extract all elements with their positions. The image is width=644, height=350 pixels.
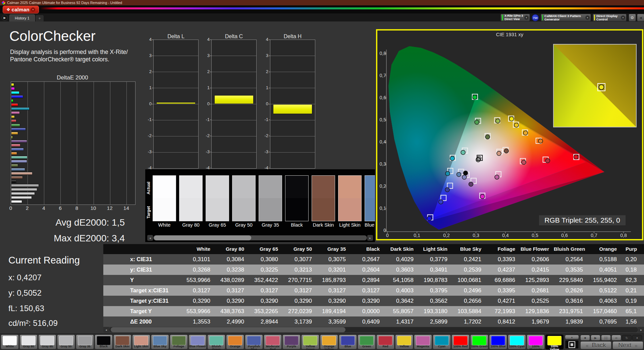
- chevron-down-icon[interactable]: ▼: [524, 15, 529, 20]
- chevron-down-icon[interactable]: ▼: [621, 15, 625, 20]
- table-cell: 0,2421: [452, 254, 486, 265]
- scroll-left-icon[interactable]: ◂: [147, 235, 153, 241]
- pattern-button-yellow-green[interactable]: Yellow Green: [301, 335, 319, 349]
- y-tick-label: -3: [145, 149, 152, 154]
- pattern-button-orange[interactable]: Orange: [226, 335, 244, 349]
- pattern-button-blue-flower[interactable]: Blue Flower: [189, 335, 207, 349]
- display-name: Direct Display Control: [596, 14, 621, 21]
- settings-button[interactable]: ⚙: [629, 14, 636, 21]
- pattern-color-chip: [322, 336, 336, 345]
- measured-point: [538, 139, 543, 143]
- deltae-bar-purplish-blue: [11, 148, 24, 151]
- pattern-button-100-red[interactable]: 100% Red: [451, 335, 470, 349]
- back-button[interactable]: « Back: [580, 341, 611, 349]
- next-button[interactable]: Next »: [612, 341, 643, 349]
- pattern-generator-dropdown[interactable]: CalMAN Client 3 Pattern Generator ▼: [541, 14, 591, 21]
- pattern-button-foliage[interactable]: Foliage: [170, 335, 188, 349]
- scrollbar-thumb[interactable]: [154, 235, 251, 240]
- measured-point: [463, 171, 468, 175]
- history-nav-button[interactable]: ▶: [2, 15, 8, 21]
- scrollbar-thumb[interactable]: [111, 327, 345, 332]
- cie-x-tick-label: 0,3: [470, 233, 482, 238]
- pattern-color-chip: [378, 336, 392, 345]
- pattern-button-black[interactable]: Black: [95, 335, 113, 349]
- pattern-button-green[interactable]: Green: [358, 335, 376, 349]
- pattern-button-magenta[interactable]: Magenta: [414, 335, 432, 349]
- pattern-button-gray-50[interactable]: Gray 50: [57, 335, 75, 349]
- pattern-label: 100% Cyan: [508, 345, 526, 348]
- rainbow-accent-strip: [40, 7, 644, 9]
- deltae-bar-purple: [11, 140, 27, 143]
- swatch-light-skin[interactable]: [338, 175, 362, 221]
- swatch-black[interactable]: [285, 175, 309, 221]
- pattern-button-moderate-red[interactable]: Moderate Red: [264, 335, 282, 349]
- stop-button[interactable]: ■: [580, 335, 590, 341]
- display-control-dropdown[interactable]: Direct Display Control ▼: [593, 14, 627, 21]
- pattern-button-dark-skin[interactable]: Dark Skin: [113, 335, 131, 349]
- table-row: x: CIE310,31010,30840,30800,30770,30750,…: [103, 254, 644, 265]
- pattern-button-yellow[interactable]: Yellow: [395, 335, 413, 349]
- pattern-button-light-skin[interactable]: Light Skin: [132, 335, 150, 349]
- y-tick-label: 1: [203, 85, 210, 90]
- meter-dropdown[interactable]: X-Rite i1Pro 3 Direct View ▼: [500, 14, 530, 21]
- pattern-button-cyan[interactable]: Cyan: [433, 335, 451, 349]
- pattern-button-gray-80[interactable]: Gray 80: [19, 335, 38, 349]
- pattern-button-gray-35[interactable]: Gray 35: [76, 335, 94, 349]
- swatch-gray-50[interactable]: [232, 175, 256, 221]
- pattern-button-100-magenta[interactable]: 100% Magenta: [527, 335, 545, 349]
- pattern-color-chip: [303, 336, 317, 345]
- y-tick-mark: [152, 152, 153, 152]
- swatch-gray-65[interactable]: [206, 175, 229, 221]
- swatch-blue[interactable]: [365, 175, 375, 221]
- swatch-gray-80[interactable]: [179, 175, 203, 221]
- table-cell: 190,8783: [418, 275, 452, 285]
- gridline: [212, 136, 256, 136]
- pattern-button-100-blue[interactable]: 100% Blue: [489, 335, 507, 349]
- play-button[interactable]: ▶: [591, 335, 600, 341]
- pattern-button-100-yellow[interactable]: 100% Yellow: [545, 335, 564, 349]
- pattern-button-orange-yellow[interactable]: Orange Yellow: [320, 335, 338, 349]
- deltae-bar-chart: [11, 81, 136, 205]
- single-measure-button[interactable]: [-]: [601, 335, 611, 341]
- chevron-down-icon[interactable]: ▼: [585, 15, 590, 20]
- scroll-left-icon[interactable]: ◂: [103, 327, 109, 333]
- calman-menu-button[interactable]: ❖ calman ▼: [3, 6, 39, 13]
- swatch-white[interactable]: [153, 175, 176, 221]
- delta-c-title: Delta C: [211, 34, 257, 40]
- table-cell: 0,2606: [520, 254, 554, 265]
- swatch-dark-skin[interactable]: [312, 175, 335, 221]
- table-cell: 0,21: [622, 285, 644, 296]
- cie-y-tick-label: 0,4: [378, 139, 386, 144]
- scroll-right-icon[interactable]: ▸: [367, 235, 373, 241]
- record-indicator[interactable]: ●: [632, 335, 642, 341]
- table-scrollbar[interactable]: ◂ ▸: [103, 327, 644, 333]
- collapse-panel-button[interactable]: ◀: [637, 14, 644, 21]
- continuous-measure-button[interactable]: ∞: [611, 335, 621, 341]
- pattern-button-purple[interactable]: Purple: [282, 335, 301, 349]
- toolbar-expand-button[interactable]: ▲: [565, 335, 579, 339]
- pattern-button-red[interactable]: Red: [376, 335, 394, 349]
- scroll-right-icon[interactable]: ▸: [638, 327, 644, 333]
- table-cell: 0,3077: [283, 254, 317, 265]
- pattern-button-100-cyan[interactable]: 100% Cyan: [508, 335, 526, 349]
- pattern-button-blue-sky[interactable]: Blue Sky: [151, 335, 169, 349]
- swatch-target: [338, 198, 361, 221]
- measured-point: [514, 123, 519, 127]
- pattern-button-100-green[interactable]: 100% Green: [470, 335, 488, 349]
- swatch-gray-35[interactable]: [259, 175, 282, 221]
- chevron-down-icon[interactable]: ▼: [31, 7, 35, 12]
- swatch-scrollbar[interactable]: ◂ ▸: [147, 235, 373, 241]
- pattern-button-bluish-green[interactable]: Bluish Green: [207, 335, 225, 349]
- vh-bar: [273, 104, 312, 114]
- tab-add-button[interactable]: +: [36, 15, 44, 21]
- swatch-target: [206, 198, 229, 221]
- pattern-button-gray-65[interactable]: Gray 65: [38, 335, 56, 349]
- y-tick-mark: [210, 168, 211, 168]
- pattern-window-button[interactable]: [565, 340, 579, 349]
- pattern-button-purplish-blue[interactable]: Purplish Blue: [245, 335, 263, 349]
- pattern-button-blue[interactable]: Blue: [339, 335, 357, 349]
- tab-history-1[interactable]: History 1: [9, 14, 35, 21]
- pattern-button-white[interactable]: White: [1, 335, 19, 349]
- refresh-button[interactable]: ↻: [622, 335, 632, 341]
- pattern-color-chip: [547, 336, 561, 345]
